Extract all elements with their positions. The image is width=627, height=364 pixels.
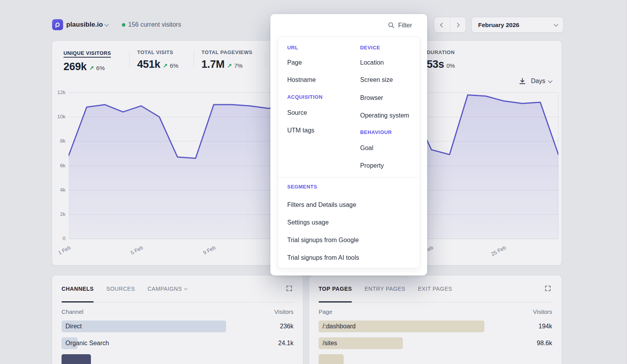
filter-group-url-heading: URL xyxy=(287,45,298,51)
filter-search-input[interactable] xyxy=(398,22,417,29)
segment-item[interactable]: Filters and Details usage xyxy=(287,201,356,208)
segment-item[interactable]: Settings usage xyxy=(287,219,329,226)
filter-item-page[interactable]: Page xyxy=(287,59,302,66)
filter-item-hostname[interactable]: Hostname xyxy=(287,76,316,83)
filter-item-location[interactable]: Location xyxy=(360,59,384,66)
filter-group-device-heading: DEVICE xyxy=(360,45,380,51)
filter-item-source[interactable]: Source xyxy=(287,109,307,116)
search-icon xyxy=(388,22,395,29)
filter-search[interactable] xyxy=(270,14,427,36)
filter-item-utm-tags[interactable]: UTM tags xyxy=(287,127,314,134)
filter-group-behaviour-heading: BEHAVIOUR xyxy=(360,129,392,135)
filter-modal: URL Page Hostname ACQUISITION Source UTM… xyxy=(270,14,427,275)
filter-item-browser[interactable]: Browser xyxy=(360,94,383,101)
divider xyxy=(278,177,420,177)
filter-item-property[interactable]: Property xyxy=(360,162,384,169)
segment-item[interactable]: Trial signups from AI tools xyxy=(287,254,359,261)
filter-options-panel: URL Page Hostname ACQUISITION Source UTM… xyxy=(277,36,420,268)
filter-item-screen-size[interactable]: Screen size xyxy=(360,76,393,83)
filter-item-operating-system[interactable]: Operating system xyxy=(360,112,409,119)
filter-group-acquisition-heading: ACQUISITION xyxy=(287,94,323,100)
segments-heading: SEGMENTS xyxy=(287,184,317,190)
segment-item[interactable]: Trial signups from Google xyxy=(287,237,359,244)
filter-item-goal[interactable]: Goal xyxy=(360,145,373,152)
